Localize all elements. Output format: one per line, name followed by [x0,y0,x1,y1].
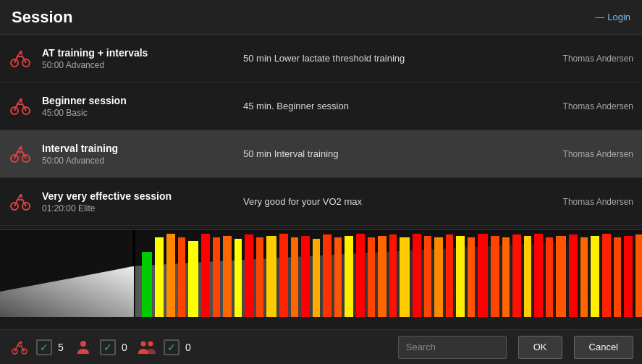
search-input[interactable] [398,336,507,359]
svg-rect-46 [502,237,510,317]
svg-rect-32 [345,236,353,317]
check-btn-2[interactable] [100,339,116,355]
ok-button[interactable]: OK [518,336,562,359]
svg-rect-22 [235,239,242,317]
svg-rect-39 [424,236,431,317]
page-title: Session [12,8,72,27]
login-link[interactable]: Login [607,12,630,22]
svg-rect-55 [602,234,611,317]
cycling-icon [10,96,30,117]
footer: 5 0 0 OK Cancel [0,329,642,364]
session-meta: 50:00 Advanced [42,156,232,166]
svg-point-63 [80,341,86,347]
session-author: Thomas Andersen [539,149,633,159]
session-name: AT training + intervals [42,47,232,59]
svg-point-62 [20,341,22,343]
session-icon [9,143,32,166]
svg-point-64 [141,341,146,346]
session-icon [9,190,32,213]
svg-rect-37 [400,237,410,317]
svg-rect-43 [468,237,475,317]
session-meta: 50:00 Advanced [42,60,232,70]
session-name: Beginner session [42,95,232,106]
session-description: 45 min. Beginner session [232,101,539,111]
session-info: AT training + intervals 50:00 Advanced [42,47,232,70]
svg-rect-41 [446,234,453,317]
svg-point-65 [148,341,153,346]
session-info: Very very effective session 01:20:00 Eli… [42,190,232,213]
group-icon [138,339,156,355]
svg-rect-21 [223,236,232,317]
svg-rect-33 [356,234,365,317]
svg-rect-15 [155,237,164,317]
svg-rect-31 [334,237,342,317]
svg-rect-23 [245,234,253,317]
svg-rect-27 [291,237,298,317]
svg-rect-38 [413,234,421,317]
session-author: Thomas Andersen [539,54,633,64]
svg-point-11 [20,194,22,197]
cycling-icon [10,48,30,69]
session-row[interactable]: Interval training 50:00 Advanced 50 min … [0,130,642,178]
svg-rect-29 [313,239,320,317]
person-icon [75,339,91,355]
session-name: Interval training [42,143,232,154]
group-icon-btn[interactable] [136,337,158,358]
session-info: Beginner session 45:00 Basic [42,95,232,118]
svg-rect-56 [614,237,621,317]
session-row[interactable]: Very very effective session 01:20:00 Eli… [0,178,642,226]
gradient-svg [0,230,642,317]
svg-rect-42 [456,236,465,317]
session-author: Thomas Andersen [539,197,633,207]
svg-rect-57 [624,236,633,317]
svg-rect-25 [266,236,276,317]
svg-rect-49 [534,234,543,317]
svg-rect-26 [279,234,288,317]
session-meta: 01:20:00 Elite [42,203,232,213]
svg-rect-51 [556,236,566,317]
svg-rect-30 [323,234,331,317]
svg-rect-24 [256,237,263,317]
svg-point-8 [20,146,22,149]
check-btn-3[interactable] [164,339,179,355]
session-icon [9,95,32,118]
activity-icon-btn[interactable] [9,337,30,358]
session-author: Thomas Andersen [539,101,633,111]
svg-rect-18 [188,241,198,317]
session-description: 50 min Interval training [232,148,539,159]
svg-rect-20 [213,237,220,317]
session-info: Interval training 50:00 Advanced [42,143,232,166]
svg-rect-17 [178,237,185,317]
session-name: Very very effective session [42,190,232,202]
bike-icon [11,339,28,356]
check-btn-1[interactable] [36,339,52,355]
svg-marker-59 [0,266,134,317]
session-description: 50 min Lower lactate threshold training [232,53,539,64]
svg-point-2 [20,51,22,54]
session-meta: 45:00 Basic [42,108,232,118]
svg-rect-52 [569,234,578,317]
count-1: 5 [58,342,67,353]
session-list: AT training + intervals 50:00 Advanced 5… [0,35,642,230]
svg-rect-58 [635,234,642,317]
svg-rect-40 [434,237,443,317]
count-3: 0 [185,342,194,353]
session-row[interactable]: AT training + intervals 50:00 Advanced 5… [0,35,642,82]
svg-point-5 [20,98,22,101]
svg-rect-14 [142,252,152,317]
person-icon-btn[interactable] [72,337,94,358]
cycling-icon [10,144,30,164]
svg-rect-36 [389,234,397,317]
svg-rect-19 [201,234,210,317]
svg-rect-44 [478,234,488,317]
svg-rect-48 [524,236,531,317]
session-icon [9,47,32,70]
session-description: Very good for your VO2 max [232,196,539,207]
cancel-button[interactable]: Cancel [574,336,633,359]
svg-rect-35 [378,236,387,317]
svg-rect-34 [368,237,375,317]
login-dash: — [595,12,604,22]
session-row[interactable]: Beginner session 45:00 Basic 45 min. Beg… [0,82,642,130]
viz-bar [0,230,642,317]
cycling-icon [10,192,30,212]
